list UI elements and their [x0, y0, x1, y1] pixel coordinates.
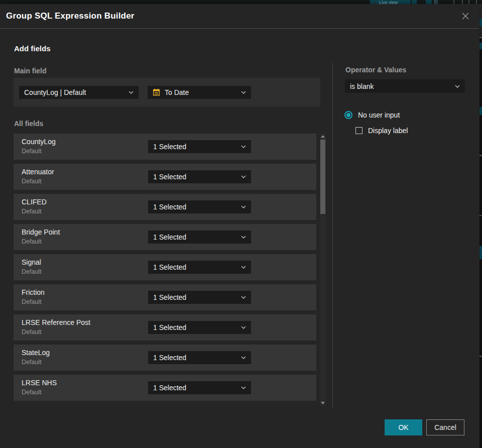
field-list-item[interactable]: Bridge Point Default 1 Selected	[14, 224, 316, 250]
no-user-input-radio[interactable]: No user input	[344, 111, 400, 119]
operator-select[interactable]: is blank	[345, 79, 465, 93]
field-subtitle: Default	[22, 238, 42, 245]
main-field-select[interactable]: CountyLog | Default	[19, 86, 139, 99]
field-subtitle: Default	[22, 359, 42, 366]
field-subtitle: Default	[22, 298, 42, 305]
main-field-value-select[interactable]: To Date	[148, 86, 251, 99]
display-label-checkbox[interactable]: Display label	[355, 127, 408, 135]
field-selected-value: 1 Selected	[153, 354, 186, 362]
background-app-right-edge	[479, 4, 482, 448]
field-list-item[interactable]: CLIFED Default 1 Selected	[14, 194, 316, 220]
scrollbar-up-arrow-icon[interactable]	[321, 135, 325, 138]
dialog-header: Group SQL Expression Builder	[0, 4, 479, 29]
field-selected-value: 1 Selected	[153, 233, 186, 241]
chevron-down-icon	[241, 326, 246, 329]
live-view-label: Live view	[379, 1, 398, 4]
field-selected-value: 1 Selected	[153, 143, 186, 151]
field-name: Bridge Point	[22, 228, 60, 236]
field-name: Attenuator	[22, 168, 54, 176]
scrollbar-down-arrow-icon[interactable]	[321, 402, 325, 404]
background-edge-fragment	[479, 356, 481, 357]
field-selected-value: 1 Selected	[153, 323, 186, 331]
operator-select-value: is blank	[350, 82, 374, 90]
background-toolbar-button	[434, 0, 438, 4]
all-fields-label: All fields	[14, 120, 43, 128]
field-selected-dropdown[interactable]: 1 Selected	[148, 261, 251, 274]
no-user-input-label: No user input	[358, 111, 400, 119]
display-label-label: Display label	[368, 127, 408, 135]
field-list-item[interactable]: Friction Default 1 Selected	[14, 284, 316, 310]
main-field-label: Main field	[14, 67, 47, 75]
background-toolbar-separator	[476, 0, 477, 4]
chevron-down-icon	[241, 296, 246, 299]
field-selected-dropdown[interactable]: 1 Selected	[148, 140, 251, 153]
background-edge-accent	[479, 19, 482, 26]
field-list-item[interactable]: Signal Default 1 Selected	[14, 254, 316, 280]
background-edge-fragment	[479, 155, 481, 156]
field-selected-dropdown[interactable]: 1 Selected	[148, 351, 251, 364]
background-toolbar-separator	[453, 0, 454, 4]
field-name: StateLog	[22, 349, 50, 357]
background-edge-divider	[479, 37, 482, 38]
field-subtitle: Default	[22, 389, 42, 396]
close-button[interactable]	[460, 11, 471, 22]
fields-list-scrollbar[interactable]	[320, 134, 326, 406]
main-field-value-select-value: To Date	[165, 88, 189, 96]
field-selected-value: 1 Selected	[153, 173, 186, 181]
field-list-item[interactable]: LRSE Reference Post Default 1 Selected	[14, 314, 316, 341]
live-view-button[interactable]: Live view	[370, 0, 411, 4]
background-toolbar-separator	[462, 0, 463, 4]
field-name: LRSE NHS	[22, 379, 57, 387]
field-selected-value: 1 Selected	[153, 263, 186, 271]
chevron-down-icon	[241, 205, 246, 208]
scrollbar-thumb[interactable]	[320, 140, 325, 214]
field-selected-dropdown[interactable]: 1 Selected	[148, 291, 251, 304]
background-edge-accent	[479, 107, 482, 115]
chevron-down-icon	[241, 145, 246, 148]
operator-values-label: Operator & Values	[345, 66, 406, 74]
field-subtitle: Default	[22, 328, 42, 335]
background-toolbar-button	[426, 0, 432, 4]
main-field-row: CountyLog | Default To Date	[14, 78, 320, 106]
background-edge-accent	[479, 43, 482, 49]
field-list-item[interactable]: StateLog Default 1 Selected	[14, 345, 316, 371]
cancel-button[interactable]: Cancel	[426, 419, 464, 435]
field-selected-dropdown[interactable]: 1 Selected	[148, 170, 251, 183]
field-subtitle: Default	[22, 268, 42, 275]
main-field-select-value: CountyLog | Default	[24, 88, 86, 96]
background-edge-fragment	[479, 215, 481, 216]
field-selected-value: 1 Selected	[153, 203, 186, 211]
background-app-top-strip: Live view	[0, 0, 482, 4]
field-selected-dropdown[interactable]: 1 Selected	[148, 381, 251, 394]
field-list-item[interactable]: LRSE NHS Default 1 Selected	[14, 375, 316, 401]
field-selected-dropdown[interactable]: 1 Selected	[148, 200, 251, 213]
all-fields-list: CountyLog Default 1 Selected Attenuator …	[14, 134, 316, 405]
checkbox-unchecked-icon	[355, 127, 363, 134]
background-edge-accent	[479, 246, 482, 259]
chevron-down-icon	[241, 356, 246, 359]
background-toolbar-separator	[468, 0, 469, 4]
chevron-down-icon	[241, 175, 246, 178]
chevron-down-icon	[129, 91, 134, 94]
radio-selected-icon	[344, 111, 352, 119]
field-selected-value: 1 Selected	[153, 384, 186, 392]
chevron-down-icon	[241, 236, 246, 239]
field-list-item[interactable]: Attenuator Default 1 Selected	[14, 164, 316, 190]
field-name: Friction	[22, 288, 45, 296]
field-selected-dropdown[interactable]: 1 Selected	[148, 321, 251, 334]
chevron-down-icon	[455, 85, 460, 88]
calendar-icon	[153, 88, 160, 96]
chevron-down-icon	[241, 386, 246, 389]
field-selected-value: 1 Selected	[153, 293, 186, 301]
field-list-item[interactable]: CountyLog Default 1 Selected	[14, 134, 316, 160]
ok-button[interactable]: OK	[385, 419, 422, 435]
field-name: CountyLog	[22, 138, 56, 146]
field-name: LRSE Reference Post	[22, 318, 90, 326]
field-name: CLIFED	[22, 198, 47, 206]
field-subtitle: Default	[22, 208, 42, 215]
chevron-down-icon	[241, 266, 246, 269]
field-subtitle: Default	[22, 178, 42, 185]
panel-divider	[332, 63, 333, 408]
add-fields-heading: Add fields	[14, 44, 51, 53]
field-selected-dropdown[interactable]: 1 Selected	[148, 231, 251, 244]
